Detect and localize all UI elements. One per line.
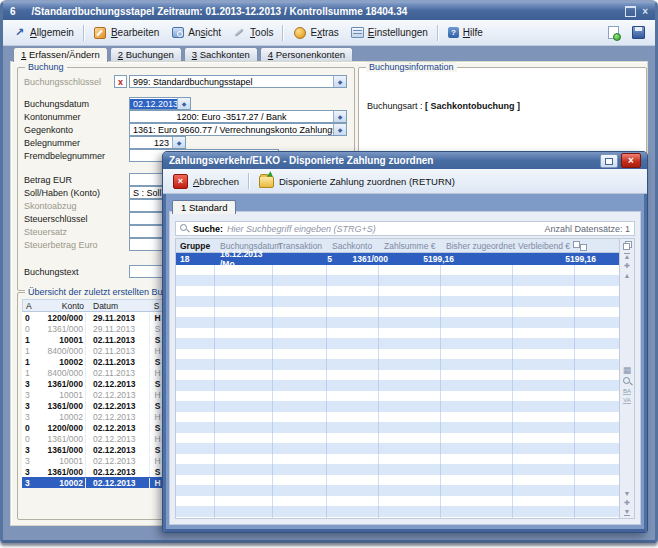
window-id: 6 [10, 6, 16, 17]
dropdown-icon[interactable]: ◆ [333, 111, 346, 122]
col-verbleibend: Verbleibend € [518, 241, 580, 251]
label-gegenkonto: Gegenkonto [24, 125, 73, 135]
menu-extras[interactable]: Extras [287, 24, 344, 41]
menu-label: Allgemein [30, 27, 74, 38]
dialog-zahlungsverkehr: Zahlungsverkehr/ELKO - Disponierte Zahlu… [162, 151, 648, 533]
tools-icon [233, 26, 246, 39]
arrow-up-right-icon: ↗ [13, 26, 26, 39]
dialog-titlebar[interactable]: Zahlungsverkehr/ELKO - Disponierte Zahlu… [163, 152, 647, 169]
search-icon [180, 224, 189, 233]
menu-allgemein[interactable]: ↗ Allgemein [7, 24, 80, 41]
grid-icon[interactable]: ▦ [623, 365, 632, 375]
tab-sachkonten[interactable]: 3 Sachkonten [184, 47, 258, 61]
scroll-top-icon[interactable]: ▲ [624, 253, 631, 260]
view-icon [172, 27, 184, 38]
col-konto: Konto [42, 301, 86, 311]
dropdown-icon[interactable]: ◆ [333, 124, 346, 135]
col-a: A [23, 301, 42, 311]
zoom-icon[interactable] [623, 377, 632, 386]
settings-icon [351, 27, 364, 38]
dialog-table: Gruppe Buchungsdatum Transaktion Sachkon… [175, 238, 635, 519]
cancel-x-icon: × [173, 174, 188, 189]
col-datum: Datum [86, 301, 149, 311]
menu-separator [83, 25, 85, 41]
save-button[interactable] [626, 24, 651, 41]
kontonummer-combobox[interactable]: 1200: Euro -3517.27 / Bank ◆ [129, 110, 347, 123]
toolbar-separator [248, 173, 250, 189]
dropdown-icon[interactable]: ◆ [333, 76, 346, 87]
col-gruppe: Gruppe [176, 241, 218, 251]
menu-label: Hilfe [463, 27, 483, 38]
col-zahlsumme: Zahlsumme € [384, 241, 446, 251]
group-buchungsinformation-legend: Buchungsinformation [366, 62, 457, 72]
label-buchungstext: Buchungstext [24, 267, 79, 277]
menu-separator [282, 25, 284, 41]
ba-icon[interactable]: BA [623, 388, 631, 395]
help-icon: ? [448, 27, 459, 38]
dialog-table-row-selected[interactable]: 18 16.12.2013 /Mo 5 1361/000 5199,16 519… [176, 253, 619, 265]
belegnummer-input[interactable]: 123 ◆ [129, 136, 186, 149]
menubar: ↗ Allgemein Bearbeiten Ansicht Tools Ext… [3, 20, 655, 46]
page-up-icon[interactable]: ✚ [624, 262, 630, 270]
label-soll-haben: Soll/Haben (Konto) [24, 188, 100, 198]
dialog-close-button[interactable]: × [621, 153, 641, 168]
main-titlebar[interactable]: 6 /Standardbuchungsstapel Zeitraum: 01.2… [3, 3, 655, 20]
label-skontoabzug: Skontoabzug [24, 201, 77, 211]
tabstrip: 1 Erfassen/Ändern 2 Buchungen 3 Sachkont… [10, 45, 648, 61]
abbrechen-button[interactable]: × Abbrechen [167, 172, 245, 191]
menu-label: Extras [310, 27, 338, 38]
menu-label: Tools [250, 27, 273, 38]
row-down-icon[interactable]: ▼ [624, 490, 631, 497]
row-up-icon[interactable]: ▲ [624, 272, 631, 279]
menu-hilfe[interactable]: ? Hilfe [442, 25, 489, 40]
window-title: /Standardbuchungsstapel Zeitraum: 01.201… [32, 6, 408, 17]
dialog-tab-standard[interactable]: 1 Standard [172, 200, 236, 214]
dialog-body: 1 Standard Daten Suche: Hier Suchbegriff… [166, 193, 644, 529]
copy-icon[interactable] [623, 241, 632, 250]
va-icon[interactable]: VA [623, 397, 631, 404]
label-buchungsdatum: Buchungsdatum [24, 99, 89, 109]
menu-label: Bearbeiten [111, 27, 159, 38]
dialog-title: Zahlungsverkehr/ELKO - Disponierte Zahlu… [169, 155, 433, 166]
group-buchung-legend: Buchung [25, 62, 67, 72]
col-sachkonto: Sachkonto [332, 241, 384, 251]
scroll-bottom-icon[interactable]: ▼ [624, 509, 631, 516]
col-bisher-zugeordnet: Bisher zugeordnet [446, 241, 518, 251]
label-betrag-eur: Betrag EUR [24, 175, 72, 185]
label-steuersatz: Steuersatz [24, 227, 67, 237]
menu-label: Einstellungen [368, 27, 428, 38]
label-steuerbetrag-euro: Steuerbetrag Euro [24, 240, 98, 250]
record-count: Anzahl Datensätze: 1 [544, 224, 630, 234]
dialog-minimize-button[interactable] [600, 154, 618, 168]
spinner-icon[interactable]: ◆ [177, 98, 190, 109]
menu-tools[interactable]: Tools [227, 24, 279, 41]
table-side-toolbar: ▲ ✚ ▲ ▦ BA VA ▼ [619, 239, 634, 518]
menu-bearbeiten[interactable]: Bearbeiten [88, 24, 165, 41]
dialog-table-empty-rows [176, 265, 619, 518]
menu-ansicht[interactable]: Ansicht [165, 24, 227, 41]
label-steuerschluessel: Steuerschlüssel [24, 214, 88, 224]
tab-personenkonten[interactable]: 4 Personenkonten [260, 47, 353, 61]
clear-buchungsschluessel-button[interactable]: x [114, 75, 127, 88]
buchungsart-value: [ Sachkontobuchung ] [425, 101, 520, 111]
col-transaktion: Transaktion [278, 241, 332, 251]
search-bar[interactable]: Suche: Hier Suchbegriff eingeben (STRG+S… [175, 221, 635, 236]
restore-icon[interactable] [625, 6, 636, 17]
tab-erfassen-aendern[interactable]: 1 Erfassen/Ändern [13, 47, 108, 62]
buchungsschluessel-combobox[interactable]: 999: Standardbuchungsstapel ◆ [129, 75, 347, 88]
buchungsdatum-input[interactable]: 02.12.2013 ◆ [129, 97, 191, 110]
close-icon[interactable]: × [642, 7, 648, 17]
zahlung-zuordnen-button[interactable]: Disponierte Zahlung zuordnen (RETURN) [253, 172, 461, 190]
menu-einstellungen[interactable]: Einstellungen [345, 24, 434, 41]
gegenkonto-combobox[interactable]: 1361: Euro 9660.77 / Verrechnungskonto Z… [129, 123, 347, 136]
screen: 6 /Standardbuchungsstapel Zeitraum: 01.2… [0, 0, 658, 548]
label-belegnummer: Belegnummer [24, 138, 80, 148]
spinner-icon[interactable]: ◆ [172, 137, 185, 148]
extras-icon [294, 27, 306, 39]
new-document-button[interactable] [601, 24, 626, 41]
page-down-icon[interactable]: ✚ [624, 499, 630, 507]
tab-buchungen[interactable]: 2 Buchungen [110, 47, 182, 61]
new-document-icon [608, 26, 619, 39]
search-placeholder: Hier Suchbegriff eingeben (STRG+S) [227, 224, 376, 234]
label-buchungsschluessel: Buchungsschlüssel [24, 77, 101, 87]
